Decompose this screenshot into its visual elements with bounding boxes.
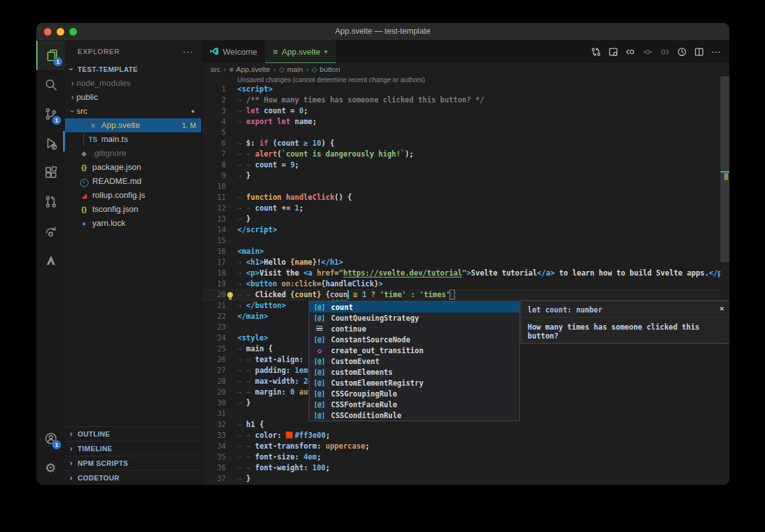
explorer-more-actions-button[interactable]: ··· xyxy=(183,41,193,62)
code-text: → let count = 0; xyxy=(237,106,729,116)
code-text: → } xyxy=(237,171,729,181)
breadcrumb-item-main[interactable]: ◇main xyxy=(279,66,302,74)
window-title: App.svelte — test-template xyxy=(36,23,729,40)
code-line-33[interactable]: 33→ → color: #ff3e00; xyxy=(202,430,729,441)
section-label: CODETOUR xyxy=(78,471,120,485)
code-line-14[interactable]: 14</script> xyxy=(202,225,729,235)
breadcrumb-item-button[interactable]: ◇button xyxy=(312,66,340,74)
chevron-right-icon: › xyxy=(67,442,75,456)
code-line-11[interactable]: 11→ function handleClick() { xyxy=(202,192,729,203)
suggest-item-continue[interactable]: continue xyxy=(309,323,519,334)
timeline-icon[interactable] xyxy=(676,46,687,58)
sidebar-section-timeline[interactable]: ›TIMELINE xyxy=(65,441,201,456)
code-line-1[interactable]: 1<script> xyxy=(202,84,729,95)
code-line-35[interactable]: 35→ → font-size: 4em; xyxy=(202,452,729,463)
scrollbar-thumb[interactable] xyxy=(720,76,729,262)
code-editor[interactable]: Unsaved changes (cannot determine recent… xyxy=(202,76,729,485)
suggest-item-customevent[interactable]: [@]CustomEvent xyxy=(309,356,519,367)
tree-item-node-modules[interactable]: ›node_modules xyxy=(65,76,201,90)
code-line-3[interactable]: 3→ let count = 0; xyxy=(202,106,729,116)
code-line-34[interactable]: 34→ → text-transform: uppercase; xyxy=(202,441,729,452)
suggest-item-cssconditionrule[interactable]: [@]CSSConditionRule xyxy=(309,410,519,421)
tree-item-public[interactable]: ›public xyxy=(65,90,201,104)
code-line-17[interactable]: 17→ <h1>Hello {name}!</h1> xyxy=(202,257,729,268)
symbol-icon: ◇ xyxy=(312,66,317,74)
line-number: 10 xyxy=(202,181,226,192)
open-changes-icon[interactable] xyxy=(607,46,619,58)
line-number: 27 xyxy=(202,365,226,376)
suggest-item-countqueuingstrategy[interactable]: [@]CountQueuingStrategy xyxy=(309,312,519,323)
suggest-item-count[interactable]: [@]count xyxy=(309,302,519,312)
activity-item-live-share[interactable] xyxy=(36,216,65,246)
suggest-item-cssfontfacerule[interactable]: [@]CSSFontFaceRule xyxy=(309,399,519,410)
code-line-2[interactable]: 2→ /** How many times has someone clicke… xyxy=(202,95,729,106)
tree-item-yarn-lock[interactable]: ●yarn.lock xyxy=(65,216,201,230)
code-line-8[interactable]: 8→ → count = 9; xyxy=(202,160,729,171)
tree-item-rollup-config-js[interactable]: ◢rollup.config.js xyxy=(65,188,201,202)
activity-item-settings[interactable]: ⚙ xyxy=(36,453,65,482)
breadcrumb-item-app-svelte[interactable]: ≡App.svelte xyxy=(229,66,270,73)
code-line-7[interactable]: 7→ → alert(`count is dangerously high!`)… xyxy=(202,149,729,160)
line-number: 25 xyxy=(202,344,226,354)
tab-app-svelte[interactable]: ≡App.svelte● xyxy=(265,41,336,63)
nav-current-icon[interactable] xyxy=(642,46,653,58)
compare-changes-icon[interactable] xyxy=(590,46,601,58)
lightbulb-icon[interactable] xyxy=(227,292,233,298)
activity-item-extensions[interactable] xyxy=(36,158,65,187)
activity-item-azure[interactable] xyxy=(36,246,65,275)
activity-item-source-control[interactable]: 1 xyxy=(36,99,65,129)
cursor-overview-marker xyxy=(720,171,729,172)
code-line-19[interactable]: 19→ <button on:click={handleClick}> xyxy=(202,279,729,290)
tree-item-app-svelte[interactable]: ≡App.svelte1, M xyxy=(65,118,201,132)
tree-item-package-json[interactable]: {}package.json xyxy=(65,160,201,174)
nav-forward-icon[interactable] xyxy=(659,46,670,58)
tree-item-main-ts[interactable]: TSmain.ts xyxy=(65,132,201,146)
code-text: → → text-transform: uppercase; xyxy=(237,441,729,452)
tree-item-readme-md[interactable]: iREADME.md xyxy=(65,174,201,188)
symbol-documentation: How many times has someone clicked this … xyxy=(521,317,729,340)
azure-icon xyxy=(44,253,58,267)
close-icon[interactable]: × xyxy=(719,304,724,313)
tab-welcome[interactable]: Welcome xyxy=(202,41,265,63)
suggest-item-constantsourcenode[interactable]: [@]ConstantSourceNode xyxy=(309,334,519,345)
activity-item-run-debug[interactable] xyxy=(36,129,65,158)
code-line-4[interactable]: 4→ export let name; xyxy=(202,116,729,127)
workspace-section-header[interactable]: › TEST-TEMPLATE xyxy=(65,62,201,76)
code-line-18[interactable]: 18→ <p>Visit the <a href="https://svelte… xyxy=(202,268,729,279)
section-label: NPM SCRIPTS xyxy=(78,456,129,470)
code-line-15[interactable]: 15 xyxy=(202,235,729,246)
code-line-13[interactable]: 13→ } xyxy=(202,214,729,225)
symbol-transition-icon: ◇ xyxy=(312,346,327,355)
sidebar-title: EXPLORER xyxy=(78,48,120,55)
sidebar-section-codetour[interactable]: ›CODETOUR xyxy=(65,470,201,485)
sidebar-section-outline[interactable]: ›OUTLINE xyxy=(65,426,201,441)
symbol-variable-icon: [@] xyxy=(312,336,327,343)
suggest-item-cssgroupingrule[interactable]: [@]CSSGroupingRule xyxy=(309,388,519,399)
code-line-16[interactable]: 16<main> xyxy=(202,246,729,257)
code-line-36[interactable]: 36→ → font-weight: 100; xyxy=(202,463,729,473)
code-line-9[interactable]: 9→ } xyxy=(202,171,729,181)
code-line-20[interactable]: 20→ → Clicked {count} {coun ≡ 1 ? 'time'… xyxy=(202,290,729,300)
code-line-37[interactable]: 37→ } xyxy=(202,473,729,484)
tree-item--gitignore[interactable]: ◆.gitignore xyxy=(65,146,201,160)
activity-item-search[interactable] xyxy=(36,70,65,99)
suggest-item-create_out_transition[interactable]: ◇create_out_transition xyxy=(309,345,519,356)
activity-item-accounts[interactable]: 1 xyxy=(36,424,65,453)
activity-item-github-pr[interactable] xyxy=(36,187,65,216)
breadcrumb-item-src[interactable]: src xyxy=(211,66,220,73)
activity-item-explorer[interactable]: 1 xyxy=(36,41,66,70)
code-line-5[interactable]: 5 xyxy=(202,127,729,138)
sidebar-section-npm-scripts[interactable]: ›NPM SCRIPTS xyxy=(65,456,201,470)
tree-item-tsconfig-json[interactable]: {}tsconfig.json xyxy=(65,202,201,216)
chevron-right-icon: › xyxy=(69,90,76,104)
suggest-item-customelementregistry[interactable]: [@]CustomElementRegistry xyxy=(309,377,519,388)
code-text: → → count += 1; xyxy=(237,203,729,214)
tree-item-src[interactable]: ›src● xyxy=(65,104,201,118)
nav-back-icon[interactable] xyxy=(624,46,636,58)
code-line-12[interactable]: 12→ → count += 1; xyxy=(202,203,729,214)
code-line-10[interactable]: 10 xyxy=(202,181,729,192)
code-line-6[interactable]: 6→ $: if (count ≥ 10) { xyxy=(202,138,729,149)
suggest-item-customelements[interactable]: [@]customElements xyxy=(309,367,519,377)
more-actions-icon[interactable]: ⋯ xyxy=(710,46,722,58)
split-editor-icon[interactable] xyxy=(693,46,705,58)
